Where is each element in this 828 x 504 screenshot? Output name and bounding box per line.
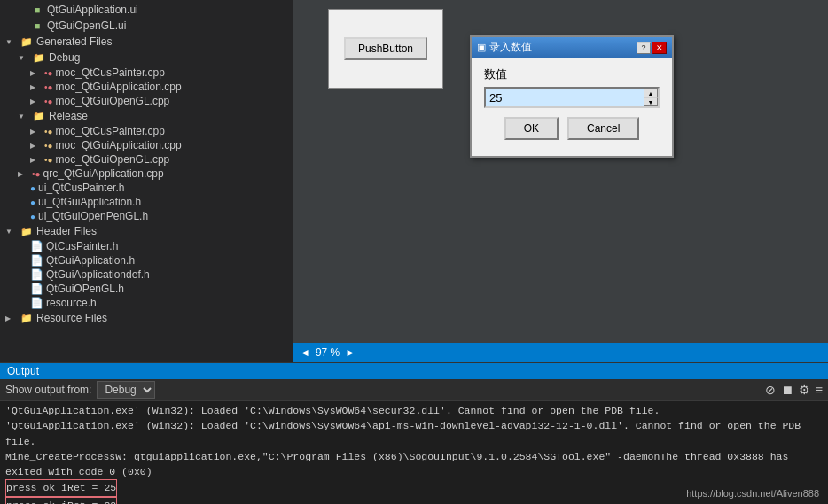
dialog-icon: ▣	[477, 42, 486, 53]
h-file-icon: 📄	[30, 254, 43, 267]
tree-item-label: resource.h	[46, 297, 97, 309]
zoom-level: 97 %	[316, 346, 340, 359]
tree-item[interactable]: 📄QtGuiOPenGL.h	[0, 282, 293, 296]
tree-item-label: Debug	[49, 51, 80, 64]
tree-item[interactable]: 📄QtGuiApplicationdef.h	[0, 268, 293, 282]
tree-item[interactable]: ■QtGuiApplication.ui	[0, 2, 293, 18]
editor-area: PushButton ▣ 录入数值 ? ✕	[293, 0, 828, 362]
tree-arrow: ▼	[18, 112, 30, 120]
tree-arrow: ▼	[5, 38, 18, 46]
cpp-dot-icon: •●	[44, 97, 53, 106]
tree-item-label: ui_QtGuiApplication.h	[38, 196, 141, 208]
cpp-dot2-icon: •●	[44, 127, 53, 136]
tree-item-label: moc_QtGuiOpenGL.cpp	[56, 153, 170, 166]
dialog-cancel-button[interactable]: Cancel	[567, 117, 639, 140]
output-source-select[interactable]: Debug	[97, 381, 155, 399]
h-file-icon: 📄	[30, 240, 43, 252]
h-file-icon: 📄	[30, 283, 43, 295]
folder-icon: 📁	[20, 224, 34, 238]
spinbox-input[interactable]	[486, 89, 644, 106]
tree-item[interactable]: ●ui_QtCusPainter.h	[0, 181, 293, 195]
dialog-overlay: ▣ 录入数值 ? ✕ 数值 ▲	[470, 35, 674, 158]
h-dot-icon: ●	[30, 198, 35, 207]
spinbox-arrows: ▲ ▼	[644, 89, 658, 106]
tree-arrow: ▶	[30, 97, 43, 105]
tree-item[interactable]: ▶•●moc_QtCusPainter.cpp	[0, 66, 293, 80]
dialog-close-button[interactable]: ✕	[652, 42, 667, 54]
tree-item[interactable]: ▼📁Generated Files	[0, 34, 293, 50]
dialog-titlebar: ▣ 录入数值 ? ✕	[472, 37, 672, 58]
folder-icon: 📁	[32, 109, 46, 123]
tree-arrow: ▶	[30, 128, 43, 136]
tree-item[interactable]: ▼📁Debug	[0, 50, 293, 66]
h-file-icon: 📄	[30, 297, 43, 309]
tree-item-label: qrc_QtGuiApplication.cpp	[43, 167, 164, 180]
spin-down-button[interactable]: ▼	[644, 97, 658, 106]
spin-up-button[interactable]: ▲	[644, 89, 658, 97]
tree-item-label: moc_QtGuiApplication.cpp	[56, 81, 182, 93]
dialog-content: 数值 ▲ ▼ OK Cancel	[472, 58, 672, 156]
tree-item[interactable]: ▶•●moc_QtGuiApplication.cpp	[0, 80, 293, 94]
ui-file-icon: ■	[30, 3, 44, 17]
tree-item[interactable]: ▶•●qrc_QtGuiApplication.cpp	[0, 167, 293, 181]
tree-item[interactable]: ●ui_QtGuiOpenPenGL.h	[0, 209, 293, 223]
folder-icon: 📁	[20, 311, 34, 325]
dialog-footer: OK Cancel	[484, 117, 660, 147]
tree-item-label: ui_QtGuiOpenPenGL.h	[38, 210, 148, 222]
tree-item-label: moc_QtCusPainter.cpp	[56, 125, 165, 137]
scroll-right-arrow[interactable]: ►	[345, 346, 355, 359]
editor-status-bar: ◄ 97 % ►	[293, 343, 828, 362]
main-container: ■QtGuiApplication.ui■QtGuiOpenGL.ui▼📁Gen…	[0, 0, 828, 504]
tree-item[interactable]: ●ui_QtGuiApplication.h	[0, 195, 293, 209]
bottom-link: https://blog.csdn.net/Aliven888	[686, 488, 819, 499]
tree-item[interactable]: 📄resource.h	[0, 296, 293, 310]
output-icon2[interactable]: ⏹	[781, 383, 793, 397]
tree-item-label: QtGuiOPenGL.h	[46, 283, 124, 295]
cpp-dot-icon: •●	[44, 68, 53, 78]
tree-item-label: QtCusPainter.h	[46, 240, 118, 252]
tree-item[interactable]: ▼📁Release	[0, 108, 293, 124]
tree-item-label: ui_QtCusPainter.h	[38, 182, 124, 194]
tree-item[interactable]: ▶•●moc_QtGuiOpenGL.cpp	[0, 152, 293, 167]
output-icon4[interactable]: ≡	[816, 383, 823, 397]
output-line: 'QtGuiApplication.exe' (Win32): Loaded '…	[5, 418, 823, 449]
tree-item[interactable]: 📄QtGuiApplication.h	[0, 253, 293, 268]
tree-item-label: QtGuiOpenGL.ui	[47, 19, 126, 32]
folder-icon: 📁	[32, 50, 46, 65]
dialog-label: 数值	[484, 66, 660, 82]
tree-arrow: ▶	[30, 69, 43, 77]
dialog-title-buttons: ? ✕	[637, 42, 667, 54]
tree-arrow: ▶	[30, 156, 43, 164]
tree-item[interactable]: ▼📁Header Files	[0, 223, 293, 239]
tree-item[interactable]: ▶•●moc_QtGuiApplication.cpp	[0, 138, 293, 152]
sidebar: ■QtGuiApplication.ui■QtGuiOpenGL.ui▼📁Gen…	[0, 0, 293, 362]
tree-item-label: QtGuiApplication.ui	[47, 4, 138, 16]
tree-item-label: Resource Files	[36, 312, 107, 324]
tree-arrow: ▼	[18, 54, 30, 62]
output-icon3[interactable]: ⚙	[799, 383, 810, 397]
show-output-label: Show output from:	[5, 384, 91, 396]
tree-item[interactable]: ■QtGuiOpenGL.ui	[0, 18, 293, 34]
tree-item[interactable]: ▶•●moc_QtGuiOpenGL.cpp	[0, 94, 293, 108]
tree-arrow: ▶	[30, 142, 43, 150]
tree-item[interactable]: ▶•●moc_QtCusPainter.cpp	[0, 124, 293, 138]
folder-icon: 📁	[20, 35, 34, 49]
cpp-dot-icon: •●	[44, 82, 53, 92]
tree-item-label: Generated Files	[36, 35, 112, 48]
scroll-left-arrow[interactable]: ◄	[300, 346, 310, 359]
tree-item[interactable]: 📄QtCusPainter.h	[0, 239, 293, 253]
tree-arrow: ▶	[18, 170, 30, 178]
tree-item-label: QtGuiApplicationdef.h	[46, 268, 150, 281]
dialog-ok-button[interactable]: OK	[504, 117, 559, 140]
clear-output-icon[interactable]: ⊘	[765, 383, 776, 397]
push-button[interactable]: PushButton	[344, 37, 427, 60]
tree-item-label: Header Files	[36, 225, 97, 237]
app-preview-window: PushButton	[328, 9, 443, 89]
spinbox-container: ▲ ▼	[484, 87, 660, 108]
file-tree: ■QtGuiApplication.ui■QtGuiOpenGL.ui▼📁Gen…	[0, 2, 293, 326]
output-panel: Output Show output from: Debug ⊘ ⏹ ⚙ ≡ '…	[0, 362, 828, 504]
tree-item-label: moc_QtGuiOpenGL.cpp	[56, 95, 170, 107]
tree-item[interactable]: ▶📁Resource Files	[0, 310, 293, 326]
dialog-help-button[interactable]: ?	[637, 42, 651, 54]
cpp-dot2-icon: •●	[44, 141, 53, 151]
